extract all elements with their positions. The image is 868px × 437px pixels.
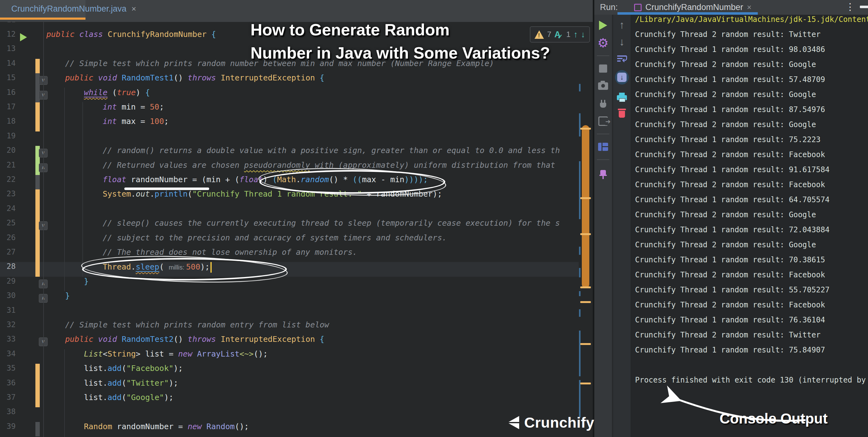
- line-number: 32: [0, 320, 16, 329]
- print-button[interactable]: [615, 91, 629, 102]
- code-line[interactable]: 19: [0, 131, 579, 146]
- change-marker: [35, 248, 40, 262]
- change-marker: [35, 102, 40, 117]
- annotation-underline-randomnumber: [124, 188, 209, 190]
- code-line[interactable]: 37list.add("Google");: [0, 393, 579, 407]
- line-number: 13: [0, 44, 16, 53]
- run-tab-title: CrunchifyRandomNumber: [645, 2, 743, 12]
- line-number: 34: [0, 349, 16, 358]
- clear-all-button[interactable]: [615, 107, 629, 119]
- code-line[interactable]: 36list.add("Twitter");: [0, 378, 579, 393]
- line-number: 25: [0, 218, 16, 227]
- code-line[interactable]: 16∨while (true) {: [0, 88, 579, 102]
- stop-button[interactable]: [596, 63, 610, 74]
- line-number: 18: [0, 117, 16, 126]
- console-line: Crunchify Thread 1 random result: 87.549…: [635, 105, 825, 120]
- code-line[interactable]: 34List<String> list = new ArrayList<~>()…: [0, 349, 579, 364]
- line-number: 30: [0, 291, 16, 300]
- code-line[interactable]: 24: [0, 204, 579, 218]
- code-line[interactable]: 20∨// random() returns a double value wi…: [0, 146, 579, 160]
- console-line: Crunchify Thread 1 random result: 75.222…: [635, 135, 820, 150]
- close-icon[interactable]: ×: [131, 4, 136, 14]
- crunchify-logo-text: Crunchify: [524, 414, 594, 431]
- pin-icon: [600, 170, 606, 175]
- restore-layout-button[interactable]: [596, 141, 610, 152]
- console-line: Crunchify Thread 1 random result: 91.617…: [635, 165, 830, 180]
- code-line[interactable]: 35list.add("Facebook");: [0, 364, 579, 378]
- line-number: 11: [0, 22, 16, 24]
- scroll-to-end-button[interactable]: ↓: [615, 70, 629, 85]
- thread-dump-button[interactable]: [596, 81, 610, 92]
- console-line: Crunchify Thread 2 random result: Google: [635, 120, 816, 135]
- printer-icon: [617, 95, 627, 100]
- console-line: Crunchify Thread 2 random result: Facebo…: [635, 301, 825, 316]
- down-stack-trace-button[interactable]: ↓: [615, 36, 629, 47]
- camera-icon: [598, 82, 608, 90]
- console-line: Crunchify Thread 2 random result: Facebo…: [635, 150, 825, 165]
- code-line[interactable]: 30∧}: [0, 291, 579, 306]
- rerun-button[interactable]: [596, 20, 610, 31]
- change-marker: [35, 117, 40, 131]
- code-line[interactable]: 27// The thread does not lose ownership …: [0, 248, 579, 262]
- console-line: Crunchify Thread 1 random result: 98.034…: [635, 45, 825, 60]
- code-line[interactable]: 26// subject to the precision and accura…: [0, 233, 579, 248]
- layout-icon: [598, 143, 608, 151]
- soft-wrap-button[interactable]: [615, 53, 629, 64]
- divider: [597, 134, 609, 134]
- run-gutter-icon[interactable]: [20, 33, 27, 41]
- code-line[interactable]: 18int max = 100;: [0, 117, 579, 131]
- attach-debugger-button[interactable]: [596, 98, 610, 109]
- code-line[interactable]: 39Random randomNumber = new Random();: [0, 422, 579, 436]
- line-number: 21: [0, 161, 16, 169]
- console-line: Crunchify Thread 1 random result: 76.361…: [635, 316, 825, 331]
- console-line: Crunchify Thread 1 random result: 64.705…: [635, 195, 830, 210]
- code-line[interactable]: 25∨// sleep() causes the currently execu…: [0, 218, 579, 233]
- code-line[interactable]: 17int min = 50;: [0, 102, 579, 117]
- console-line: Crunchify Thread 1 random result: 57.487…: [635, 75, 825, 90]
- up-stack-trace-button[interactable]: ↑: [615, 19, 629, 30]
- kebab-menu-icon[interactable]: ⋮: [845, 1, 855, 12]
- close-icon[interactable]: ×: [747, 3, 751, 12]
- tab-crunchify-random-number-java[interactable]: CrunchifyRandomNumber.java ×: [0, 0, 86, 20]
- code-line[interactable]: 38: [0, 407, 579, 422]
- run-toolbar: ⚙: [594, 15, 613, 437]
- line-number: 39: [0, 422, 16, 431]
- code-line[interactable]: 33∨public void RandomTest2() throws Inte…: [0, 335, 579, 349]
- line-number: 20: [0, 146, 16, 155]
- line-number: 26: [0, 233, 16, 242]
- console-line: Crunchify Thread 2 random result: Google: [635, 210, 816, 225]
- run-tab[interactable]: CrunchifyRandomNumber ×: [634, 2, 751, 12]
- code-line[interactable]: 15∨public void RandomTest1() throws Inte…: [0, 73, 579, 88]
- code-line[interactable]: 23System.out.println("Crunchify Thread 1…: [0, 189, 579, 204]
- change-marker: [35, 393, 40, 407]
- change-marker: [35, 59, 40, 73]
- plug-icon: [600, 103, 606, 108]
- export-button[interactable]: [596, 116, 610, 127]
- console-output-pane[interactable]: /Library/Java/JavaVirtualMachines/jdk-15…: [631, 15, 868, 437]
- console-output-arrow: [651, 385, 827, 435]
- run-label: Run:: [600, 2, 618, 12]
- console-line: Crunchify Thread 2 random result: Google: [635, 90, 816, 105]
- change-marker: [35, 262, 40, 276]
- change-marker: [35, 189, 40, 204]
- stop-icon: [599, 64, 607, 73]
- export-icon: [598, 117, 608, 126]
- line-number: 16: [0, 88, 16, 97]
- line-number: 29: [0, 277, 16, 285]
- code-line[interactable]: 31: [0, 306, 579, 320]
- tab-title: CrunchifyRandomNumber.java: [11, 4, 126, 14]
- change-marker: [35, 364, 40, 378]
- pin-button[interactable]: [596, 167, 610, 178]
- divider: [597, 55, 609, 56]
- change-marker: [35, 233, 40, 248]
- trash-icon: [619, 111, 625, 118]
- code-line[interactable]: 29∧}: [0, 277, 579, 291]
- code-editor[interactable]: 1112public class CrunchifyRandomNumber {…: [0, 22, 593, 437]
- arrow-down-icon: ↓: [619, 36, 625, 48]
- settings-gear-button[interactable]: ⚙: [596, 37, 610, 49]
- line-number: 33: [0, 335, 16, 343]
- code-line[interactable]: 32// Simple test which prints random ent…: [0, 320, 579, 335]
- scrollbar-thumb[interactable]: [582, 125, 589, 288]
- gear-icon: ⚙: [597, 37, 609, 49]
- hide-panel-icon[interactable]: [860, 6, 868, 8]
